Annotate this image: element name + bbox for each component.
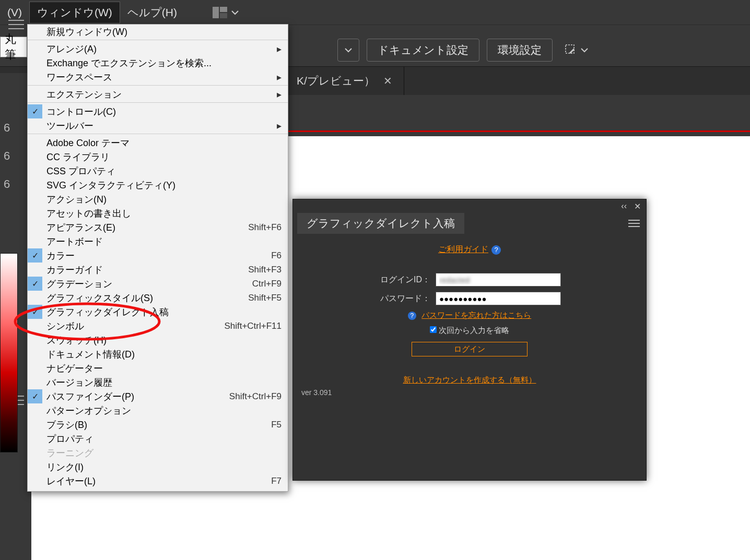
menu-item-label: ナビゲーター	[46, 362, 282, 375]
workspace-switcher[interactable]	[213, 7, 239, 18]
plugin-panel-tab[interactable]: グラフィックダイレクト入稿	[297, 213, 464, 234]
check-icon: ✓	[28, 389, 42, 403]
chevron-right-icon: ▸	[277, 120, 282, 132]
menu-item[interactable]: スウォッチ(H)	[28, 333, 288, 347]
menu-item[interactable]: アートボード	[28, 234, 288, 248]
menu-item-label: カラーガイド	[46, 264, 248, 276]
panel-menu-icon[interactable]	[8, 20, 24, 29]
menu-shortcut: Ctrl+F9	[252, 279, 282, 289]
menu-item-label: コントロール(C)	[46, 105, 282, 118]
menu-item-label: エクステンション	[46, 88, 277, 101]
svg-rect-3	[566, 45, 574, 53]
menu-item[interactable]: ツールバー▸	[28, 118, 288, 134]
menu-item[interactable]: ✓パスファインダー(P)Shift+Ctrl+F9	[28, 389, 288, 403]
menu-item-label: ツールバー	[46, 120, 277, 132]
password-label: パスワード：	[378, 293, 430, 304]
svg-rect-2	[220, 13, 227, 18]
menu-shortcut: Shift+Ctrl+F11	[224, 321, 282, 331]
menu-window[interactable]: ウィンドウ(W)	[29, 2, 120, 23]
check-icon: ✓	[28, 248, 42, 263]
version-label: ver 3.091	[301, 388, 332, 397]
menu-item[interactable]: ✓コントロール(C)	[28, 104, 288, 118]
close-icon[interactable]: ✕	[634, 201, 641, 211]
menu-item-label: グラデーション	[46, 278, 252, 290]
menu-item-label: ラーニング	[46, 447, 282, 459]
menu-item[interactable]: リンク(I)	[28, 460, 288, 474]
menu-item-label: シンボル	[46, 320, 224, 332]
menu-item-label: パターンオプション	[46, 404, 282, 417]
check-icon: ✓	[28, 305, 42, 319]
menu-item[interactable]: CSS プロパティ	[28, 164, 288, 178]
usage-guide-link[interactable]: ご利用ガイド?	[304, 244, 635, 255]
create-account-link[interactable]: 新しいアカウントを作成する（無料）	[403, 375, 536, 384]
menu-item[interactable]: ナビゲーター	[28, 361, 288, 375]
menu-item[interactable]: ✓カラーF6	[28, 248, 288, 263]
menu-shortcut: Shift+F3	[248, 265, 282, 275]
transform-icon-dropdown[interactable]	[564, 43, 588, 57]
document-tab[interactable]: K/プレビュー） ✕	[285, 67, 404, 95]
menu-item-label: Adobe Color テーマ	[46, 137, 282, 149]
menu-item[interactable]: CC ライブラリ	[28, 150, 288, 164]
menu-item-label: グラフィックスタイル(S)	[46, 292, 248, 304]
workspace-icon	[213, 7, 227, 18]
menu-item[interactable]: ワークスペース▸	[28, 70, 288, 86]
menu-item[interactable]: ブラシ(B)F5	[28, 418, 288, 432]
login-id-input[interactable]	[436, 273, 561, 287]
menu-item[interactable]: アレンジ(A)▸	[28, 42, 288, 56]
units-dropdown[interactable]	[337, 39, 359, 62]
menu-shortcut: F5	[271, 420, 282, 430]
remember-checkbox[interactable]	[430, 326, 437, 333]
menu-bar: (V) ウィンドウ(W) ヘルプ(H)	[0, 0, 750, 25]
transform-icon	[564, 43, 578, 57]
brush-name-field[interactable]: 丸筆	[0, 37, 27, 57]
forgot-password-link[interactable]: パスワードを忘れた方はこちら	[421, 311, 531, 319]
menu-item-label: CC ライブラリ	[46, 151, 282, 163]
menu-item[interactable]: カラーガイドShift+F3	[28, 263, 288, 277]
menu-item-label: パスファインダー(P)	[46, 390, 229, 403]
menu-item-label: ドキュメント情報(D)	[46, 348, 282, 361]
menu-item[interactable]: ✓グラデーションCtrl+F9	[28, 277, 288, 291]
login-button[interactable]: ログイン	[412, 342, 528, 356]
menu-shortcut: F7	[271, 476, 282, 486]
menu-item-label: カラー	[46, 249, 271, 262]
menu-item[interactable]: エクステンション▸	[28, 87, 288, 103]
window-menu-dropdown: 新規ウィンドウ(W)アレンジ(A)▸Exchange でエクステンションを検索.…	[27, 24, 288, 492]
menu-item[interactable]: アクション(N)	[28, 192, 288, 206]
menu-help[interactable]: ヘルプ(H)	[120, 2, 184, 23]
menu-item[interactable]: 新規ウィンドウ(W)	[28, 25, 288, 40]
menu-item-label: ブラシ(B)	[46, 419, 271, 431]
menu-item[interactable]: Exchange でエクステンションを検索...	[28, 56, 288, 70]
menu-item[interactable]: バージョン履歴	[28, 375, 288, 389]
menu-item-label: Exchange でエクステンションを検索...	[46, 57, 282, 69]
menu-item[interactable]: シンボルShift+Ctrl+F11	[28, 319, 288, 333]
document-settings-button[interactable]: ドキュメント設定	[367, 39, 479, 62]
menu-item[interactable]: Adobe Color テーマ	[28, 136, 288, 150]
close-icon[interactable]: ✕	[383, 75, 392, 87]
menu-item[interactable]: SVG インタラクティビティ(Y)	[28, 178, 288, 192]
chevron-down-icon	[581, 47, 588, 53]
help-icon: ?	[491, 245, 501, 255]
menu-item[interactable]: アセットの書き出し	[28, 206, 288, 220]
pct-label: 6	[0, 121, 14, 135]
color-spectrum-strip[interactable]	[0, 253, 18, 452]
menu-shortcut: Shift+Ctrl+F9	[229, 391, 282, 402]
menu-item[interactable]: プロパティ	[28, 432, 288, 446]
collapse-icon[interactable]: ‹‹	[621, 201, 627, 211]
menu-item[interactable]: アピアランス(E)Shift+F6	[28, 220, 288, 234]
check-icon: ✓	[28, 104, 42, 118]
menu-item[interactable]: パターンオプション	[28, 403, 288, 418]
menu-item-label: プロパティ	[46, 433, 282, 445]
panel-menu-icon[interactable]	[628, 220, 640, 227]
menu-item-label: グラフィックダイレクト入稿	[46, 306, 282, 318]
menu-view[interactable]: (V)	[0, 3, 29, 22]
menu-item[interactable]: ✓グラフィックダイレクト入稿	[28, 305, 288, 319]
preferences-button[interactable]: 環境設定	[487, 39, 553, 62]
menu-item[interactable]: レイヤー(L)F7	[28, 474, 288, 488]
menu-item: ラーニング	[28, 446, 288, 460]
menu-item-label: 新規ウィンドウ(W)	[46, 26, 282, 38]
menu-item-label: アクション(N)	[46, 193, 282, 206]
menu-item[interactable]: グラフィックスタイル(S)Shift+F5	[28, 291, 288, 305]
menu-item[interactable]: ドキュメント情報(D)	[28, 347, 288, 361]
document-tab-label: K/プレビュー）	[297, 74, 375, 88]
password-input[interactable]	[436, 292, 561, 305]
